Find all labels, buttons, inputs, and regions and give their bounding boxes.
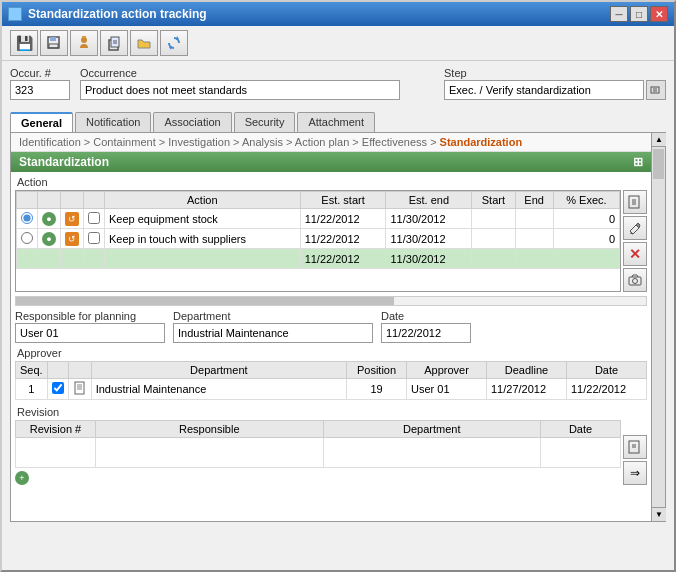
- date-input[interactable]: [381, 323, 471, 343]
- empty-action: [105, 249, 301, 269]
- row2-orange-cell: ↺: [61, 229, 84, 249]
- empty-check: [84, 249, 105, 269]
- occur-row: Occur. # Occurrence Step: [10, 67, 666, 100]
- action-new-button[interactable]: [623, 190, 647, 214]
- empty-orange: [61, 249, 84, 269]
- breadcrumb-containment: Containment: [93, 136, 155, 148]
- standardization-body: Action Action: [11, 172, 651, 489]
- revision-add-button[interactable]: +: [15, 471, 29, 485]
- tab-security[interactable]: Security: [234, 112, 296, 132]
- window-title: Standardization action tracking: [28, 7, 207, 21]
- scroll-track: [652, 147, 665, 507]
- step-input[interactable]: [444, 80, 644, 100]
- revision-new-button[interactable]: [623, 435, 647, 459]
- scroll-down-button[interactable]: ▼: [652, 507, 666, 521]
- approver-check-cell[interactable]: [47, 379, 68, 400]
- approver-checkbox[interactable]: [52, 382, 64, 394]
- breadcrumb: Identification > Containment > Investiga…: [11, 133, 651, 152]
- main-content: Identification > Containment > Investiga…: [10, 132, 652, 522]
- approver-section: Approver Seq. Department Position Approv…: [15, 347, 647, 400]
- breadcrumb-identification: Identification: [19, 136, 81, 148]
- row1-orange-icon: ↺: [65, 212, 79, 226]
- title-bar-left: Standardization action tracking: [8, 7, 207, 21]
- approver-table: Seq. Department Position Approver Deadli…: [15, 361, 647, 400]
- approver-col-icon: [68, 362, 91, 379]
- standardization-expand-icon[interactable]: ⊞: [633, 155, 643, 169]
- save-button[interactable]: 💾: [10, 30, 38, 56]
- row2-checkbox[interactable]: [88, 232, 100, 244]
- row1-checkbox[interactable]: [88, 212, 100, 224]
- approver-col-pos: Position: [347, 362, 407, 379]
- svg-point-18: [633, 279, 638, 284]
- tab-association[interactable]: Association: [153, 112, 231, 132]
- row1-action: Keep equipment stock: [105, 209, 301, 229]
- revision-area: Revision # Responsible Department Date: [15, 420, 647, 485]
- approver-col-approver: Approver: [407, 362, 487, 379]
- revision-empty-date: [541, 438, 621, 468]
- empty-exec: [553, 249, 619, 269]
- step-browse-button[interactable]: [646, 80, 666, 100]
- scroll-thumb[interactable]: [653, 149, 664, 179]
- row2-radio[interactable]: [21, 232, 33, 244]
- breadcrumb-standardization: Standardization: [440, 136, 523, 148]
- col-check: [84, 192, 105, 209]
- maximize-button[interactable]: □: [630, 6, 648, 22]
- tab-attachment[interactable]: Attachment: [297, 112, 375, 132]
- col-radio: [17, 192, 38, 209]
- svg-rect-4: [82, 36, 86, 38]
- occur-input[interactable]: [10, 80, 70, 100]
- row2-check-cell[interactable]: [84, 229, 105, 249]
- approver-col-seq: Seq.: [16, 362, 48, 379]
- copy-button[interactable]: [100, 30, 128, 56]
- save-copy-button[interactable]: [40, 30, 68, 56]
- minimize-button[interactable]: ─: [610, 6, 628, 22]
- row2-start: [472, 229, 515, 249]
- row2-exec: 0: [553, 229, 619, 249]
- action-table-header-row: Action Est. start Est. end Start End % E…: [17, 192, 620, 209]
- row1-radio-cell[interactable]: [17, 209, 38, 229]
- responsible-row: Responsible for planning Department Date: [15, 310, 647, 343]
- item-button[interactable]: [70, 30, 98, 56]
- toolbar: 💾: [2, 26, 674, 61]
- empty-est-start: 11/22/2012: [300, 249, 386, 269]
- action-row-1: ● ↺ Keep equipment stock 11/22/2012 11/3…: [17, 209, 620, 229]
- row1-est-start: 11/22/2012: [300, 209, 386, 229]
- revision-empty-num: [16, 438, 96, 468]
- date-label: Date: [381, 310, 471, 322]
- tab-general[interactable]: General: [10, 112, 73, 132]
- row1-exec: 0: [553, 209, 619, 229]
- doc-icon: [73, 381, 87, 395]
- action-side-buttons: ✕: [623, 190, 647, 292]
- row2-est-start: 11/22/2012: [300, 229, 386, 249]
- action-delete-button[interactable]: ✕: [623, 242, 647, 266]
- action-hscrollbar[interactable]: [15, 296, 647, 306]
- occurrence-label: Occurrence: [80, 67, 400, 79]
- revision-header-row: Revision # Responsible Department Date: [16, 421, 621, 438]
- row1-check-cell[interactable]: [84, 209, 105, 229]
- step-field: Step: [444, 67, 666, 100]
- open-button[interactable]: [130, 30, 158, 56]
- action-section: Action Action: [15, 176, 647, 292]
- occurrence-input[interactable]: [80, 80, 400, 100]
- action-camera-button[interactable]: [623, 268, 647, 292]
- row1-radio[interactable]: [21, 212, 33, 224]
- action-table-wrapper: Action Est. start Est. end Start End % E…: [15, 190, 621, 292]
- breadcrumb-sep5: >: [352, 136, 361, 148]
- main-scrollbar[interactable]: ▲ ▼: [652, 132, 666, 522]
- standardization-header: Standardization ⊞: [11, 152, 651, 172]
- col-orange: [61, 192, 84, 209]
- step-label: Step: [444, 67, 666, 79]
- approver-doc-cell: [68, 379, 91, 400]
- col-action: Action: [105, 192, 301, 209]
- tab-notification[interactable]: Notification: [75, 112, 151, 132]
- action-edit-button[interactable]: [623, 216, 647, 240]
- revision-export-button[interactable]: ⇒: [623, 461, 647, 485]
- action-row-empty: 11/22/2012 11/30/2012: [17, 249, 620, 269]
- responsible-input[interactable]: [15, 323, 165, 343]
- scroll-up-button[interactable]: ▲: [652, 133, 666, 147]
- department-input[interactable]: [173, 323, 373, 343]
- refresh-button[interactable]: [160, 30, 188, 56]
- close-button[interactable]: ✕: [650, 6, 668, 22]
- action-label: Action: [15, 176, 647, 188]
- row2-radio-cell[interactable]: [17, 229, 38, 249]
